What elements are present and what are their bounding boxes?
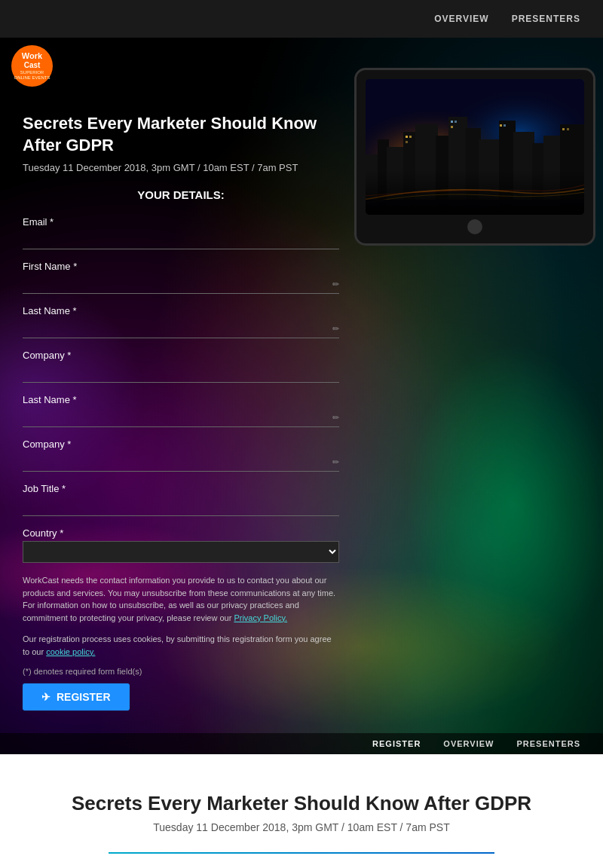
last-name-label: Last Name * xyxy=(23,305,339,316)
company-2-input[interactable] xyxy=(23,452,339,472)
svg-rect-3 xyxy=(366,154,379,215)
job-title-group: Job Title * xyxy=(23,483,339,516)
privacy-text: WorkCast needs the contact information y… xyxy=(23,574,339,624)
email-input[interactable] xyxy=(23,230,339,249)
edit-icon: ✏ xyxy=(332,280,339,289)
svg-rect-24 xyxy=(504,124,506,127)
tablet-screen xyxy=(366,79,584,215)
cookie-link[interactable]: cookie policy. xyxy=(46,647,95,656)
last-name-group: Last Name * ✏ xyxy=(23,305,339,338)
svg-rect-17 xyxy=(406,136,408,138)
hero-content: Secrets Every Marketer Should Know After… xyxy=(0,38,603,733)
company-2-group: Company * ✏ xyxy=(23,439,339,472)
svg-rect-25 xyxy=(562,128,565,130)
last-name-2-label: Last Name * xyxy=(23,394,339,405)
edit-icon-4: ✏ xyxy=(332,457,339,467)
first-name-label: First Name * xyxy=(23,261,339,272)
svg-rect-9 xyxy=(448,117,467,215)
top-nav-presenters[interactable]: PRESENTERS xyxy=(512,14,580,24)
svg-rect-23 xyxy=(500,124,502,127)
privacy-body: WorkCast needs the contact information y… xyxy=(23,576,335,622)
first-name-input[interactable] xyxy=(23,274,339,294)
logo-work: Work xyxy=(22,51,42,61)
register-label: REGISTER xyxy=(57,691,111,703)
form-heading: YOUR DETAILS: xyxy=(23,188,339,201)
overview-section: Secrets Every Marketer Should Know After… xyxy=(0,754,603,868)
svg-rect-27 xyxy=(366,200,584,215)
company-2-label: Company * xyxy=(23,439,339,450)
logo-cast: Cast xyxy=(24,61,41,70)
city-image xyxy=(366,79,584,215)
overview-subtitle: Tuesday 11 December 2018, 3pm GMT / 10am… xyxy=(60,821,543,833)
register-button[interactable]: ✈ REGISTER xyxy=(23,683,130,711)
overview-divider xyxy=(109,852,494,854)
form-column: Secrets Every Marketer Should Know After… xyxy=(23,53,339,711)
second-nav-register[interactable]: REGISTER xyxy=(372,739,421,748)
svg-rect-16 xyxy=(560,124,584,215)
job-title-label: Job Title * xyxy=(23,483,339,494)
svg-rect-20 xyxy=(451,121,453,123)
register-icon: ✈ xyxy=(41,691,51,703)
country-select[interactable]: United Kingdom United States Australia C… xyxy=(23,541,339,563)
required-note: (*) denotes required form field(s) xyxy=(23,667,339,676)
privacy-link[interactable]: Privacy Policy. xyxy=(234,613,287,622)
edit-icon-3: ✏ xyxy=(332,413,339,423)
company-label: Company * xyxy=(23,350,339,361)
svg-rect-26 xyxy=(567,128,569,130)
last-name-input[interactable] xyxy=(23,319,339,338)
cookie-text: Our registration process uses cookies, b… xyxy=(23,633,339,658)
country-label: Country * xyxy=(23,527,339,539)
media-column xyxy=(354,53,595,711)
svg-rect-18 xyxy=(409,136,412,138)
email-group: Email * xyxy=(23,216,339,249)
second-nav-presenters[interactable]: PRESENTERS xyxy=(516,739,580,748)
overview-title: Secrets Every Marketer Should Know After… xyxy=(60,792,543,815)
logo-sub: SUPERIOR ONLINE EVENTS xyxy=(11,70,53,81)
svg-rect-22 xyxy=(451,126,453,128)
svg-rect-15 xyxy=(543,136,562,215)
first-name-group: First Name * ✏ xyxy=(23,261,339,294)
event-date: Tuesday 11 December 2018, 3pm GMT / 10am… xyxy=(23,162,339,173)
logo-area: Work Cast SUPERIOR ONLINE EVENTS xyxy=(11,45,53,87)
svg-rect-7 xyxy=(415,124,438,215)
second-nav: REGISTER OVERVIEW PRESENTERS xyxy=(0,733,603,754)
last-name-2-input[interactable] xyxy=(23,408,339,427)
job-title-input[interactable] xyxy=(23,497,339,516)
tablet-frame xyxy=(354,68,595,246)
top-nav: OVERVIEW PRESENTERS xyxy=(0,0,603,38)
svg-rect-6 xyxy=(403,132,417,215)
edit-icon-2: ✏ xyxy=(332,324,339,334)
country-group: Country * United Kingdom United States A… xyxy=(23,527,339,563)
company-group: Company * xyxy=(23,350,339,383)
top-nav-overview[interactable]: OVERVIEW xyxy=(434,14,488,24)
email-label: Email * xyxy=(23,216,339,228)
hero-section: Work Cast SUPERIOR ONLINE EVENTS Secrets… xyxy=(0,38,603,754)
second-nav-overview[interactable]: OVERVIEW xyxy=(443,739,494,748)
event-title: Secrets Every Marketer Should Know After… xyxy=(23,113,339,156)
svg-rect-13 xyxy=(513,132,534,215)
company-input[interactable] xyxy=(23,363,339,383)
workcast-logo: Work Cast SUPERIOR ONLINE EVENTS xyxy=(11,45,53,87)
svg-rect-19 xyxy=(406,141,408,143)
svg-rect-11 xyxy=(479,139,501,215)
svg-rect-12 xyxy=(499,121,516,215)
svg-rect-21 xyxy=(455,121,457,123)
city-svg xyxy=(366,79,584,215)
svg-rect-5 xyxy=(387,147,406,215)
last-name-2-group: Last Name * ✏ xyxy=(23,394,339,427)
tablet-home-button xyxy=(467,219,482,234)
